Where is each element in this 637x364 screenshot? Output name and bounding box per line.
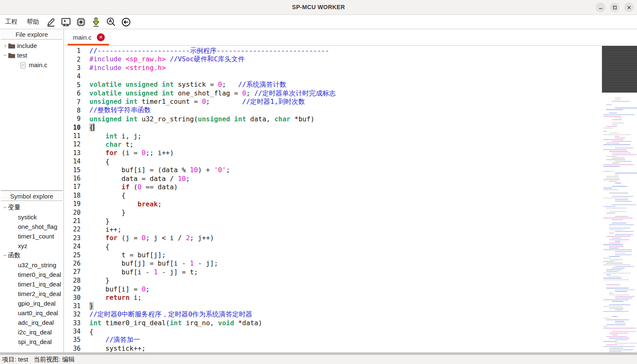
symbol-item-adc_irq_deal[interactable]: adc_irq_deal: [1, 318, 63, 327]
window-controls: [596, 3, 634, 12]
line-number: 18: [64, 192, 86, 199]
code-lines[interactable]: 1//-----------------------示例程序----------…: [64, 46, 590, 352]
symbol-group-变量[interactable]: ›变量: [1, 203, 63, 212]
code-line[interactable]: 9unsigned int u32_ro_string(unsigned int…: [64, 115, 590, 123]
expander-icon[interactable]: ›: [3, 253, 8, 258]
code-line[interactable]: 32//定时器0中断服务程序，定时器0作为系统滴答定时器: [64, 310, 590, 319]
code-line[interactable]: 4: [64, 72, 590, 80]
expander-icon[interactable]: ›: [3, 53, 8, 58]
code-line[interactable]: 24 {: [64, 242, 590, 251]
window-title: SP-MCU WORKER: [0, 0, 637, 15]
symbol-item-i2c_irq_deal[interactable]: i2c_irq_deal: [1, 327, 63, 337]
minimap-row: [615, 296, 634, 297]
minimap-row: [603, 261, 614, 262]
minimap-row: [603, 149, 627, 150]
symbol-group-函数[interactable]: ›函数: [1, 251, 63, 260]
minimap-row: [603, 198, 629, 198]
code-line[interactable]: 31}: [64, 302, 590, 310]
code-line[interactable]: 29 buf[i] = 0;: [64, 285, 590, 293]
code-line[interactable]: 23 for (j = 0; j < i / 2; j++): [64, 234, 590, 242]
code-line[interactable]: 17 if (0 == data): [64, 183, 590, 191]
symbol-item-timer2_irq_deal[interactable]: timer2_irq_deal: [1, 289, 63, 299]
minimap-row: [615, 234, 633, 235]
code-line[interactable]: 20 }: [64, 208, 590, 216]
line-number: 1: [64, 47, 86, 55]
code-line[interactable]: 25 t = buf[j];: [64, 251, 590, 259]
code-line[interactable]: 33int timer0_irq_deal(int irq_no, void *…: [64, 319, 590, 327]
code-line[interactable]: 30 return i;: [64, 293, 590, 301]
code-line[interactable]: 14 {: [64, 157, 590, 166]
minimap-row: [612, 219, 623, 220]
code-line[interactable]: 15 buf[i] = (data % 10) + '0';: [64, 166, 590, 174]
code-line[interactable]: 10{: [64, 123, 590, 132]
code-line[interactable]: 27 buf[i - 1 - j] = t;: [64, 268, 590, 276]
code-line[interactable]: 8//整数转字符串函数: [64, 106, 590, 115]
minimap-row: [615, 161, 632, 162]
symbol-item-xyz[interactable]: xyz: [1, 241, 63, 251]
menu-project[interactable]: 工程: [1, 18, 22, 26]
text-cursor: [94, 124, 94, 131]
file-tree-item-include[interactable]: ›include: [1, 41, 63, 50]
file-tree: ›include›testmain.c: [1, 40, 63, 191]
code-line[interactable]: 35 //滴答加一: [64, 336, 590, 344]
back-button[interactable]: [121, 17, 131, 28]
code-line[interactable]: 22 i++;: [64, 225, 590, 233]
symbol-explorer-title: Symbol explore: [1, 191, 63, 201]
symbol-item-gpio_irq_deal[interactable]: gpio_irq_deal: [1, 299, 63, 308]
download-flash-button[interactable]: [91, 17, 101, 28]
code-line[interactable]: 5volatile unsigned int systick = 0; //系统…: [64, 81, 590, 89]
code-line[interactable]: 1//-----------------------示例程序----------…: [64, 47, 590, 55]
minimap-row: [603, 144, 630, 145]
close-button[interactable]: [624, 3, 634, 12]
expander-icon[interactable]: ›: [3, 43, 8, 48]
symbol-group-label: 函数: [8, 251, 20, 259]
minimap-row: [602, 106, 637, 107]
symbol-item-timer1_count[interactable]: timer1_count: [1, 231, 63, 241]
code-line[interactable]: 36 systick++;: [64, 344, 590, 352]
run-monitor-button[interactable]: [61, 17, 71, 28]
code-line[interactable]: 11 int i, j;: [64, 132, 590, 140]
minimap-viewport[interactable]: [602, 46, 637, 93]
minimap[interactable]: [602, 46, 637, 352]
tab-close-icon[interactable]: ✕: [97, 33, 105, 41]
symbol-item-timer1_irq_deal[interactable]: timer1_irq_deal: [1, 279, 63, 289]
code-text: int i, j;: [89, 132, 142, 140]
minimap-row: [603, 164, 634, 165]
edit-pencil-button[interactable]: [46, 17, 56, 28]
code-text: {: [89, 158, 109, 166]
menu-help[interactable]: 帮助: [23, 18, 43, 26]
code-line[interactable]: 13 for (i = 0;; i++): [64, 149, 590, 157]
minimize-button[interactable]: [596, 3, 605, 12]
line-number: 17: [64, 183, 86, 191]
code-line[interactable]: 19 break;: [64, 200, 590, 208]
code-line[interactable]: 16 data = data / 10;: [64, 174, 590, 183]
title-bar: SP-MCU WORKER: [0, 0, 637, 15]
symbol-item-uart0_irq_deal[interactable]: uart0_irq_deal: [1, 308, 63, 318]
restore-button[interactable]: [610, 3, 619, 12]
code-line[interactable]: 21 }: [64, 217, 590, 225]
line-number: 26: [64, 260, 86, 267]
symbol-item-spi_irq_deal[interactable]: spi_irq_deal: [1, 337, 63, 346]
expander-icon[interactable]: ›: [3, 205, 8, 210]
code-line[interactable]: 2#include <sp_raw.h> //VSoc硬件和C库头文件: [64, 55, 590, 63]
code-line[interactable]: 18 {: [64, 191, 590, 200]
code-line[interactable]: 12 char t;: [64, 140, 590, 148]
symbol-item-one_shot_flag[interactable]: one_shot_flag: [1, 222, 63, 231]
file-tree-item-main.c[interactable]: main.c: [13, 60, 63, 70]
search-button[interactable]: A: [106, 17, 116, 28]
minimap-row: [615, 241, 620, 242]
code-line[interactable]: 7unsigned int timer1_count = 0; //定时器1,到…: [64, 98, 590, 106]
code-line[interactable]: 28 }: [64, 276, 590, 285]
code-line[interactable]: 26 buf[j] = buf[i - 1 - j];: [64, 259, 590, 268]
code-line[interactable]: 3#include <string.h>: [64, 64, 590, 72]
tab-main-c[interactable]: main.c ✕: [68, 29, 110, 45]
file-tree-item-test[interactable]: ›test: [1, 50, 63, 60]
line-number: 4: [64, 73, 86, 80]
code-line[interactable]: 6volatile unsigned int one_shot_flag = 0…: [64, 89, 590, 98]
symbol-item-systick[interactable]: systick: [1, 212, 63, 222]
symbol-item-timer0_irq_deal[interactable]: timer0_irq_deal: [1, 270, 63, 279]
mcu-chip-button[interactable]: [76, 17, 86, 28]
back-icon: [121, 17, 131, 28]
code-line[interactable]: 34{: [64, 327, 590, 336]
symbol-item-u32_ro_string[interactable]: u32_ro_string: [1, 260, 63, 270]
